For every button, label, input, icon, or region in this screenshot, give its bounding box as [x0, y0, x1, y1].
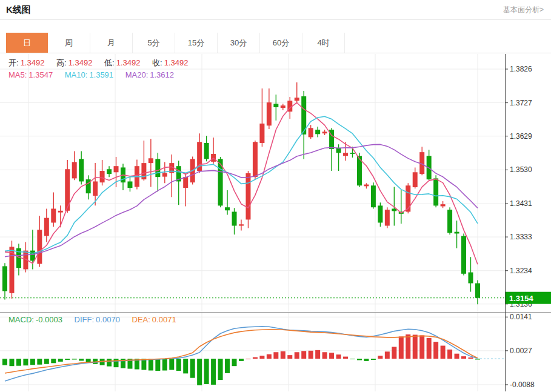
macd-bar-negative: [183, 359, 188, 373]
candle-down: [371, 185, 376, 207]
macd-bar-positive: [385, 351, 390, 359]
tab-5分[interactable]: 5分: [133, 33, 175, 53]
candle-down: [79, 159, 84, 181]
candle-up: [259, 124, 264, 143]
candle-up: [183, 177, 188, 188]
macd-bar-negative: [218, 359, 223, 380]
macd-bar-negative: [225, 359, 230, 373]
candle-up: [239, 224, 244, 225]
macd-histogram: [2, 334, 480, 385]
candle-up: [37, 230, 42, 264]
candle-up: [93, 181, 98, 196]
macd-bar-negative: [107, 359, 112, 367]
macd-bar-positive: [309, 351, 313, 359]
macd-bar-positive: [419, 335, 424, 359]
macd-bar-positive: [259, 356, 264, 359]
macd-bar-negative: [190, 359, 195, 378]
macd-bar-negative: [197, 359, 202, 385]
candle-down: [468, 273, 473, 284]
axis-tick-label: 1.3727: [510, 99, 532, 107]
candle-down: [155, 159, 160, 177]
candle-down: [378, 205, 382, 222]
macd-bar-negative: [79, 359, 84, 360]
kline-page: { "header": { "title": "K线图", "link": "基…: [0, 0, 551, 392]
macd-bar-negative: [9, 359, 14, 366]
tab-4时[interactable]: 4时: [302, 33, 345, 53]
macd-bar-positive: [315, 350, 320, 359]
macd-bar-positive: [329, 353, 334, 359]
macd-bar-negative: [350, 359, 355, 359]
tab-60分[interactable]: 60分: [260, 33, 302, 53]
candle-up: [322, 131, 327, 133]
axis-tick-label: 1.3234: [510, 267, 532, 275]
candle-down: [475, 284, 480, 298]
current-price-tag-label: 1.3154: [509, 294, 534, 303]
candle-down: [336, 148, 341, 153]
macd-bar-positive: [427, 338, 432, 359]
candle-up: [281, 105, 286, 108]
candle-up: [309, 128, 313, 137]
tab-30分[interactable]: 30分: [218, 33, 260, 53]
candle-up: [162, 173, 167, 176]
candle-up: [100, 171, 105, 182]
candle-down: [447, 210, 452, 233]
candle-down: [2, 266, 7, 291]
candle-down: [127, 181, 132, 188]
macd-bar-positive: [461, 356, 466, 359]
current-price-tag: 1.3154: [506, 292, 551, 304]
candle-down: [455, 232, 459, 234]
macd-bar-negative: [239, 359, 244, 361]
tab-日[interactable]: 日: [6, 33, 48, 53]
macd-bar-positive: [301, 351, 306, 359]
macd-bar-positive: [378, 356, 382, 359]
candle-up: [72, 162, 77, 178]
macd-bar-negative: [114, 359, 119, 367]
axis-tick-label: 1.3431: [510, 199, 532, 208]
timeframe-tab-bar: 日周月5分15分30分60分4时: [0, 33, 551, 53]
macd-bar-positive: [455, 354, 459, 359]
macd-bar-negative: [65, 359, 70, 360]
chart-area: 1.38261.37271.36291.35301.34311.33331.32…: [0, 53, 551, 391]
candle-up: [343, 153, 348, 156]
macd-bar-negative: [16, 359, 21, 366]
axis-tick-label: 0.0027: [510, 347, 532, 355]
candle-down: [204, 143, 209, 159]
candle-up: [245, 173, 250, 219]
candle-up: [385, 210, 390, 225]
candle-down: [461, 236, 466, 273]
kline-chart-canvas[interactable]: 1.38261.37271.36291.35301.34311.33331.32…: [0, 53, 551, 391]
fundamental-analysis-link[interactable]: 基本面分析>: [503, 5, 544, 15]
macd-bar-positive: [441, 346, 446, 359]
candle-up: [267, 102, 272, 125]
macd-bar-positive: [399, 336, 404, 359]
macd-bar-negative: [169, 359, 174, 370]
macd-bar-positive: [287, 355, 292, 359]
macd-bar-positive: [281, 351, 286, 359]
macd-bar-negative: [162, 359, 167, 371]
macd-bar-positive: [267, 354, 272, 359]
tab-周[interactable]: 周: [48, 33, 90, 53]
macd-bar-positive: [413, 334, 418, 359]
candle-down: [433, 178, 438, 205]
macd-bar-positive: [406, 334, 410, 359]
candle-up: [51, 208, 56, 222]
macd-bar-negative: [37, 359, 42, 365]
axis-tick-label: -0.0088: [510, 380, 535, 389]
candle-down: [315, 130, 320, 134]
candle-up: [441, 204, 446, 206]
macd-bar-negative: [232, 359, 237, 366]
tab-15分[interactable]: 15分: [175, 33, 218, 53]
page-title: K线图: [6, 4, 31, 16]
macd-bar-positive: [245, 359, 250, 359]
candle-up: [413, 172, 418, 187]
candle-up: [295, 98, 299, 101]
tab-月[interactable]: 月: [90, 33, 133, 53]
macd-bar-positive: [336, 354, 341, 359]
macd-bar-negative: [364, 359, 369, 361]
ma10-line: [5, 116, 478, 253]
macd-bar-positive: [322, 352, 327, 359]
axis-tick-label: 1.3826: [510, 65, 532, 73]
macd-bar-negative: [211, 359, 216, 385]
axis-tick-label: 1.3333: [510, 233, 532, 241]
macd-bar-positive: [392, 347, 396, 359]
